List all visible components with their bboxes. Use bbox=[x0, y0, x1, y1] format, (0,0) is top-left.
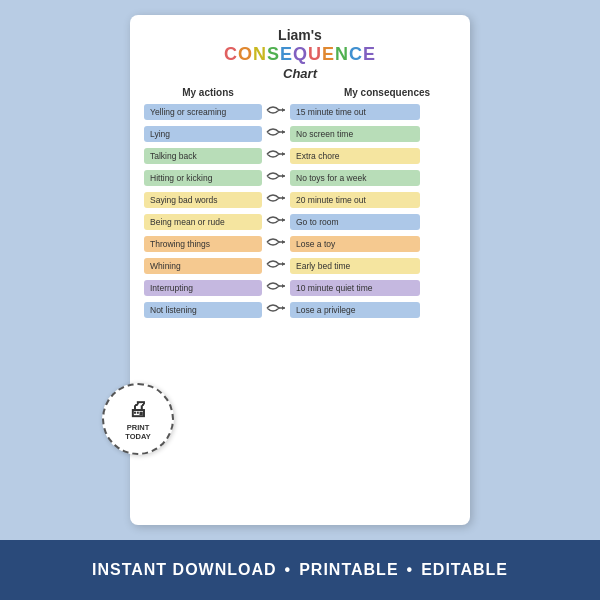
consequence-card: Liam's CONSEQUENCE Chart My actions My c… bbox=[130, 15, 470, 525]
print-badge: 🖨 PRINT TODAY bbox=[102, 383, 174, 455]
table-row: Throwing thingsLose a toy bbox=[144, 234, 456, 253]
consequence-cell: No toys for a week bbox=[290, 170, 420, 186]
consequence-cell: Go to room bbox=[290, 214, 420, 230]
action-cell: Being mean or rude bbox=[144, 214, 262, 230]
print-label-line1: PRINT bbox=[127, 423, 150, 432]
banner-part2: PRINTABLE bbox=[299, 561, 398, 579]
consequence-cell: 10 minute quiet time bbox=[290, 280, 420, 296]
column-headers: My actions My consequences bbox=[144, 87, 456, 98]
table-row: Hitting or kickingNo toys for a week bbox=[144, 168, 456, 187]
svg-marker-5 bbox=[282, 152, 285, 156]
arrow-icon bbox=[262, 278, 290, 297]
svg-marker-11 bbox=[282, 218, 285, 222]
table-row: Not listeningLose a privilege bbox=[144, 300, 456, 319]
banner-sep1: • bbox=[285, 561, 292, 579]
arrow-icon bbox=[262, 190, 290, 209]
action-cell: Interrupting bbox=[144, 280, 262, 296]
consequence-cell: Lose a privilege bbox=[290, 302, 420, 318]
print-label-line2: TODAY bbox=[125, 432, 150, 441]
arrow-icon bbox=[262, 300, 290, 319]
svg-marker-17 bbox=[282, 284, 285, 288]
consequence-cell: 15 minute time out bbox=[290, 104, 420, 120]
svg-marker-7 bbox=[282, 174, 285, 178]
action-cell: Whining bbox=[144, 258, 262, 274]
consequence-cell: Extra chore bbox=[290, 148, 420, 164]
arrow-icon bbox=[262, 256, 290, 275]
consequence-cell: Early bed time bbox=[290, 258, 420, 274]
svg-marker-13 bbox=[282, 240, 285, 244]
arrow-icon bbox=[262, 168, 290, 187]
arrow-icon bbox=[262, 212, 290, 231]
action-cell: Saying bad words bbox=[144, 192, 262, 208]
arrow-icon bbox=[262, 102, 290, 121]
svg-marker-19 bbox=[282, 306, 285, 310]
action-cell: Lying bbox=[144, 126, 262, 142]
consequence-cell: Lose a toy bbox=[290, 236, 420, 252]
banner-sep2: • bbox=[407, 561, 414, 579]
action-cell: Talking back bbox=[144, 148, 262, 164]
svg-marker-15 bbox=[282, 262, 285, 266]
table-row: WhiningEarly bed time bbox=[144, 256, 456, 275]
svg-marker-3 bbox=[282, 130, 285, 134]
arrow-icon bbox=[262, 234, 290, 253]
child-name: Liam's bbox=[144, 27, 456, 43]
printer-icon: 🖨 bbox=[128, 398, 148, 421]
consequence-cell: 20 minute time out bbox=[290, 192, 420, 208]
actions-header: My actions bbox=[148, 87, 268, 98]
table-row: Yelling or screaming15 minute time out bbox=[144, 102, 456, 121]
svg-marker-1 bbox=[282, 108, 285, 112]
action-cell: Yelling or screaming bbox=[144, 104, 262, 120]
table-row: Interrupting10 minute quiet time bbox=[144, 278, 456, 297]
bottom-banner: INSTANT DOWNLOAD • PRINTABLE • EDITABLE bbox=[0, 540, 600, 600]
chart-subtitle: Chart bbox=[144, 66, 456, 81]
table-row: LyingNo screen time bbox=[144, 124, 456, 143]
action-cell: Throwing things bbox=[144, 236, 262, 252]
table-row: Talking backExtra chore bbox=[144, 146, 456, 165]
chart-rows: Yelling or screaming15 minute time outLy… bbox=[144, 102, 456, 319]
banner-part1: INSTANT DOWNLOAD bbox=[92, 561, 277, 579]
table-row: Saying bad words20 minute time out bbox=[144, 190, 456, 209]
consequence-title: CONSEQUENCE bbox=[144, 44, 456, 65]
action-cell: Hitting or kicking bbox=[144, 170, 262, 186]
main-background: Liam's CONSEQUENCE Chart My actions My c… bbox=[0, 0, 600, 540]
table-row: Being mean or rudeGo to room bbox=[144, 212, 456, 231]
arrow-icon bbox=[262, 124, 290, 143]
banner-part3: EDITABLE bbox=[421, 561, 508, 579]
consequence-cell: No screen time bbox=[290, 126, 420, 142]
consequences-header: My consequences bbox=[322, 87, 452, 98]
arrow-icon bbox=[262, 146, 290, 165]
svg-marker-9 bbox=[282, 196, 285, 200]
action-cell: Not listening bbox=[144, 302, 262, 318]
